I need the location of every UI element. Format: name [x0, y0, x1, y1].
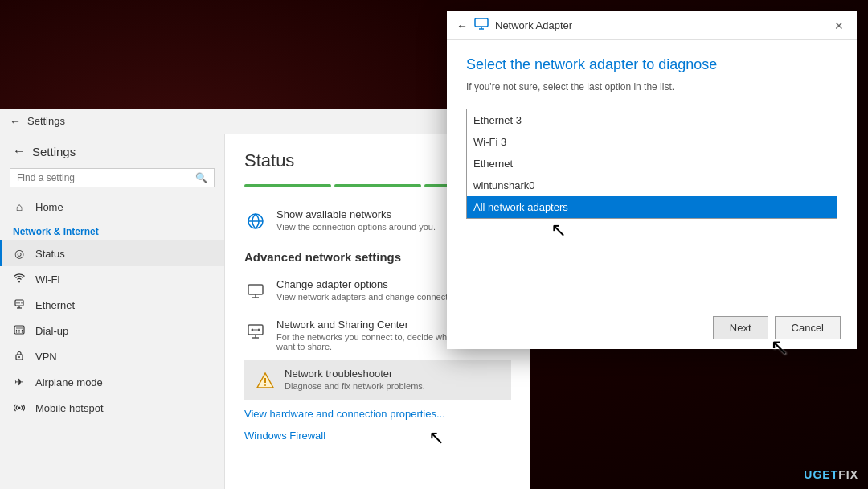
dialog-body: Select the network adapter to diagnose I… [447, 40, 857, 306]
adapter-list: Ethernet 3 Wi-Fi 3 Ethernet wintunshark0… [466, 109, 837, 219]
adapter-wintunshark0[interactable]: wintunshark0 [467, 175, 837, 196]
adapter-ethernet3[interactable]: Ethernet 3 [467, 109, 837, 131]
dialog-footer: Next Cancel [447, 306, 857, 349]
dialog-close-button[interactable]: ✕ [831, 18, 847, 34]
adapter-all-networks[interactable]: All network adapters [467, 196, 837, 218]
cancel-button[interactable]: Cancel [775, 316, 841, 339]
adapter-dialog-icon [474, 18, 489, 34]
dialog-title: Network Adapter [495, 19, 572, 31]
dialog-overlay: ← Network Adapter ✕ Select the network a… [0, 0, 868, 489]
adapter-wifi3[interactable]: Wi-Fi 3 [467, 131, 837, 153]
dialog-subtext: If you're not sure, select the last opti… [466, 81, 837, 92]
svg-rect-30 [475, 18, 488, 27]
next-button[interactable]: Next [713, 316, 768, 339]
network-adapter-dialog: ← Network Adapter ✕ Select the network a… [447, 11, 857, 349]
adapter-ethernet[interactable]: Ethernet [467, 153, 837, 175]
dialog-heading: Select the network adapter to diagnose [466, 56, 837, 73]
dialog-back-button[interactable]: ← [457, 19, 468, 32]
dialog-titlebar: ← Network Adapter ✕ [447, 11, 857, 40]
dialog-titlebar-left: ← Network Adapter [457, 18, 572, 34]
